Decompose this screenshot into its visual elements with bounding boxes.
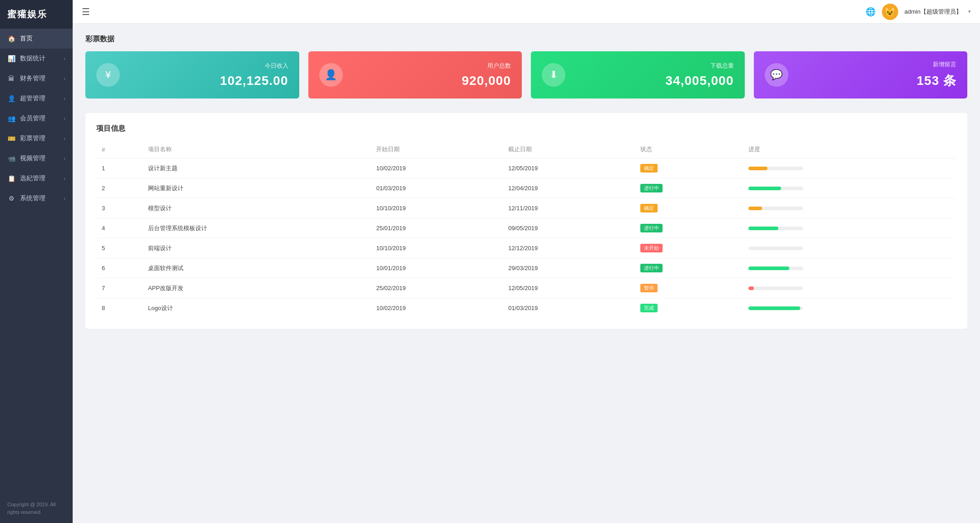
sidebar-item-lottery[interactable]: 🎫 彩票管理 › [0, 128, 73, 148]
sidebar-label-finance: 财务管理 [20, 74, 45, 83]
username-label[interactable]: admin【超级管理员】 [905, 8, 962, 16]
progress-bar-fill [748, 167, 767, 170]
row-end: 09/05/2019 [503, 218, 635, 238]
sidebar-item-super-admin[interactable]: 👤 超管管理 › [0, 89, 73, 109]
sidebar-item-member[interactable]: 👥 会员管理 › [0, 109, 73, 128]
main-area: ☰ 🌐 😺 admin【超级管理员】 ▾ 彩票数据 ¥ 今日收入 102,125… [73, 0, 980, 523]
sidebar-icon-memo: 📋 [7, 174, 15, 183]
sidebar-item-memo[interactable]: 📋 选妃管理 › [0, 168, 73, 188]
row-end: 29/03/2019 [503, 258, 635, 278]
sidebar-icon-member: 👥 [7, 114, 15, 123]
row-end: 12/12/2019 [503, 238, 635, 258]
avatar[interactable]: 😺 [882, 4, 898, 20]
table-row: 5 前端设计 10/10/2019 12/12/2019 未开始 [96, 238, 956, 258]
col-header: # [96, 141, 143, 158]
stat-label-users: 用户总数 [462, 62, 511, 70]
row-progress [743, 278, 956, 298]
stat-info-users: 用户总数 920,000 [462, 62, 511, 88]
row-status: 未开始 [635, 238, 743, 258]
table-row: 7 APP改版开发 25/02/2019 12/05/2019 暂停 [96, 278, 956, 298]
sidebar-arrow-memo: › [64, 176, 65, 181]
stat-info-messages: 新增留言 153 条 [917, 60, 957, 89]
sidebar-copyright: Copyright @ 2019. All rights reserved. [0, 493, 73, 523]
header-left: ☰ [82, 6, 90, 17]
row-name: 桌面软件测试 [143, 258, 371, 278]
sidebar-item-finance[interactable]: 🏛 财务管理 › [0, 69, 73, 89]
status-badge: 进行中 [640, 224, 663, 232]
sidebar-item-video[interactable]: 📹 视频管理 › [0, 148, 73, 168]
header: ☰ 🌐 😺 admin【超级管理员】 ▾ [73, 0, 980, 24]
row-name: 设计新主题 [143, 158, 371, 178]
row-status: 进行中 [635, 218, 743, 238]
stat-value-revenue: 102,125.00 [220, 74, 288, 88]
sidebar-label-data-stats: 数据统计 [20, 54, 45, 63]
row-id: 5 [96, 238, 143, 258]
row-id: 4 [96, 218, 143, 238]
sidebar-item-data-stats[interactable]: 📊 数据统计 › [0, 49, 73, 69]
row-name: 前端设计 [143, 238, 371, 258]
user-dropdown-arrow[interactable]: ▾ [968, 9, 971, 15]
stats-section: 彩票数据 ¥ 今日收入 102,125.00 👤 用户总数 920,000 ⬇ … [85, 35, 967, 99]
globe-icon[interactable]: 🌐 [866, 7, 876, 17]
row-name: Logo设计 [143, 298, 371, 318]
row-id: 8 [96, 298, 143, 318]
sidebar-item-system[interactable]: ⚙ 系统管理 › [0, 188, 73, 208]
table-row: 8 Logo设计 10/02/2019 01/03/2019 完成 [96, 298, 956, 318]
col-header: 截止日期 [503, 141, 635, 158]
stat-label-messages: 新增留言 [917, 60, 957, 69]
sidebar-icon-lottery: 🎫 [7, 134, 15, 143]
sidebar-label-memo: 选妃管理 [20, 174, 45, 183]
sidebar-arrow-data-stats: › [64, 56, 65, 61]
stat-icon-revenue: ¥ [96, 63, 120, 87]
stat-value-downloads: 34,005,000 [665, 74, 733, 88]
status-badge: 确定 [640, 164, 658, 173]
row-start: 10/02/2019 [371, 298, 503, 318]
sidebar-arrow-finance: › [64, 76, 65, 81]
progress-bar-wrap [748, 227, 803, 230]
table-row: 2 网站重新设计 01/03/2019 12/04/2019 进行中 [96, 178, 956, 198]
sidebar-item-home[interactable]: 🏠 首页 [0, 29, 73, 49]
row-progress [743, 218, 956, 238]
progress-bar-fill [748, 187, 781, 190]
col-header: 项目名称 [143, 141, 371, 158]
row-name: 后台管理系统模板设计 [143, 218, 371, 238]
row-start: 10/10/2019 [371, 198, 503, 218]
status-badge: 完成 [640, 304, 658, 312]
sidebar-label-system: 系统管理 [20, 194, 45, 202]
sidebar-label-lottery: 彩票管理 [20, 134, 45, 143]
table-row: 3 模型设计 10/10/2019 12/11/2019 确定 [96, 198, 956, 218]
row-status: 确定 [635, 198, 743, 218]
sidebar-arrow-lottery: › [64, 136, 65, 141]
row-end: 12/05/2019 [503, 278, 635, 298]
col-header: 进度 [743, 141, 956, 158]
sidebar-label-video: 视频管理 [20, 154, 45, 163]
project-section: 项目信息 #项目名称开始日期截止日期状态进度 1 设计新主题 10/02/201… [85, 113, 967, 329]
row-start: 10/02/2019 [371, 158, 503, 178]
sidebar-label-super-admin: 超管管理 [20, 94, 45, 103]
col-header: 开始日期 [371, 141, 503, 158]
row-status: 进行中 [635, 178, 743, 198]
stat-card-users: 👤 用户总数 920,000 [308, 51, 522, 99]
project-table-head: #项目名称开始日期截止日期状态进度 [96, 141, 956, 158]
sidebar-icon-home: 🏠 [7, 35, 15, 43]
stats-cards: ¥ 今日收入 102,125.00 👤 用户总数 920,000 ⬇ 下载总量 … [85, 51, 967, 99]
hamburger-icon[interactable]: ☰ [82, 6, 90, 17]
progress-bar-fill [748, 207, 762, 210]
progress-bar-fill [748, 286, 754, 290]
sidebar-arrow-system: › [64, 196, 65, 201]
status-badge: 暂停 [640, 284, 658, 292]
stat-icon-downloads: ⬇ [542, 63, 565, 87]
header-right: 🌐 😺 admin【超级管理员】 ▾ [866, 4, 971, 20]
progress-bar-wrap [748, 266, 803, 270]
row-end: 12/04/2019 [503, 178, 635, 198]
table-row: 1 设计新主题 10/02/2019 12/05/2019 确定 [96, 158, 956, 178]
sidebar-arrow-video: › [64, 156, 65, 161]
row-start: 10/10/2019 [371, 238, 503, 258]
col-header: 状态 [635, 141, 743, 158]
row-start: 25/01/2019 [371, 218, 503, 238]
sidebar-arrow-super-admin: › [64, 96, 65, 101]
sidebar-nav: 🏠 首页 📊 数据统计 › 🏛 财务管理 › 👤 超管管理 › 👥 会员管理 ›… [0, 29, 73, 493]
progress-bar-fill [748, 227, 778, 230]
content: 彩票数据 ¥ 今日收入 102,125.00 👤 用户总数 920,000 ⬇ … [73, 24, 980, 523]
row-name: 网站重新设计 [143, 178, 371, 198]
